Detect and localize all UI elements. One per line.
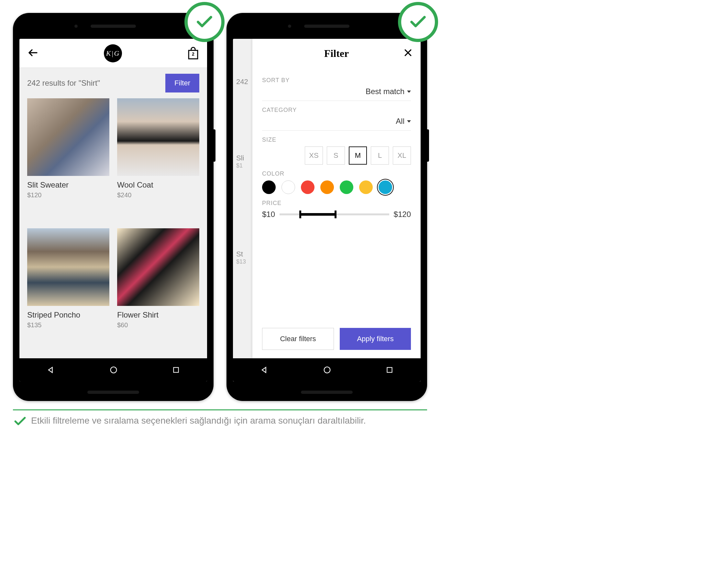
phone-bottom-speaker <box>301 391 353 394</box>
results-summary: 242 results for "Shirt" <box>27 79 100 88</box>
svg-rect-9 <box>387 367 392 372</box>
phone-frame-results: K|G 2 242 results for "Shirt" Filter Sli… <box>13 13 213 401</box>
android-nav-bar <box>19 358 207 382</box>
close-button[interactable] <box>403 48 413 59</box>
product-name: Flower Shirt <box>117 310 199 319</box>
product-card[interactable]: Flower Shirt $60 <box>117 228 199 352</box>
price-slider[interactable] <box>280 214 389 215</box>
caption-section: Etkili filtreleme ve sıralama seçenekler… <box>13 409 427 428</box>
svg-marker-7 <box>262 367 266 372</box>
svg-point-3 <box>111 367 117 373</box>
bg-product-name: Sli <box>236 154 253 162</box>
size-option-xl[interactable]: XL <box>393 146 411 165</box>
size-option-m[interactable]: M <box>349 146 367 165</box>
caption-text: Etkili filtreleme ve sıralama seçenekler… <box>31 414 366 427</box>
slider-handle-max[interactable] <box>335 211 337 218</box>
color-swatch-red[interactable] <box>301 180 314 194</box>
category-value: All <box>396 117 405 126</box>
close-icon <box>403 48 413 58</box>
product-price: $135 <box>27 322 109 329</box>
back-button[interactable] <box>27 47 39 60</box>
slider-handle-min[interactable] <box>299 211 301 218</box>
results-bar: 242 results for "Shirt" Filter <box>19 68 207 98</box>
color-swatch-white[interactable] <box>282 180 295 194</box>
size-option-s[interactable]: S <box>327 146 345 165</box>
product-name: Wool Coat <box>117 180 199 190</box>
color-options <box>262 180 411 194</box>
size-option-xs[interactable]: XS <box>305 146 323 165</box>
bg-results-count: 242 <box>236 78 253 86</box>
color-swatch-green[interactable] <box>340 180 353 194</box>
size-label: SIZE <box>262 136 411 143</box>
price-min: $10 <box>262 210 275 219</box>
product-card[interactable]: Wool Coat $240 <box>117 98 199 222</box>
android-nav-bar <box>233 358 421 382</box>
nav-home-button[interactable] <box>322 365 332 374</box>
color-swatch-yellow[interactable] <box>359 180 373 194</box>
brand-logo: K|G <box>104 44 122 62</box>
triangle-back-icon <box>46 365 55 374</box>
phone-side-button <box>213 129 215 162</box>
check-icon <box>408 12 428 32</box>
product-image <box>27 98 109 176</box>
product-image <box>27 228 109 306</box>
product-image <box>117 228 199 306</box>
color-swatch-blue[interactable] <box>379 180 392 194</box>
nav-recents-button[interactable] <box>172 366 180 374</box>
price-label: PRICE <box>262 200 411 206</box>
success-badge <box>398 2 438 42</box>
product-name: Slit Sweater <box>27 180 109 190</box>
filter-panel: Filter SORT BY Best match CATEGORY <box>252 39 421 358</box>
filter-button[interactable]: Filter <box>165 74 199 92</box>
product-image <box>117 98 199 176</box>
phone-speaker <box>304 25 349 28</box>
check-icon <box>13 414 27 428</box>
success-badge <box>184 2 225 42</box>
circle-home-icon <box>109 365 118 374</box>
check-icon <box>195 12 214 32</box>
price-slider-row: $10 $120 <box>262 210 411 219</box>
svg-marker-2 <box>49 367 52 372</box>
circle-home-icon <box>322 365 332 374</box>
product-price: $120 <box>27 191 109 199</box>
color-swatch-black[interactable] <box>262 180 276 194</box>
product-card[interactable]: Slit Sweater $120 <box>27 98 109 222</box>
product-price: $240 <box>117 191 199 199</box>
shopping-bag-button[interactable]: 2 <box>187 47 199 60</box>
svg-point-8 <box>324 367 330 373</box>
bg-product-price: $13 <box>236 258 253 265</box>
sort-by-value: Best match <box>366 87 405 96</box>
color-swatch-orange[interactable] <box>320 180 334 194</box>
clear-filters-button[interactable]: Clear filters <box>262 328 334 350</box>
filter-title: Filter <box>324 48 349 59</box>
chevron-down-icon <box>407 90 411 93</box>
nav-back-button[interactable] <box>260 365 269 374</box>
sort-by-dropdown[interactable]: Best match <box>262 87 411 101</box>
results-count: 242 <box>27 79 40 87</box>
results-query: "Shirt" <box>79 79 100 87</box>
filter-actions: Clear filters Apply filters <box>252 322 421 358</box>
product-price: $60 <box>117 322 199 329</box>
color-label: COLOR <box>262 170 411 177</box>
svg-rect-4 <box>174 367 178 372</box>
results-label: results for <box>43 79 76 87</box>
chevron-down-icon <box>407 120 411 122</box>
apply-filters-button[interactable]: Apply filters <box>340 328 411 350</box>
product-name: Striped Poncho <box>27 310 109 319</box>
size-options: XSSMLXL <box>262 146 411 165</box>
category-dropdown[interactable]: All <box>262 117 411 131</box>
bag-count-badge: 2 <box>192 51 194 57</box>
nav-home-button[interactable] <box>109 365 118 374</box>
category-label: CATEGORY <box>262 107 411 113</box>
bg-product-price: $1 <box>236 162 253 169</box>
slider-track-fill <box>299 213 337 216</box>
triangle-back-icon <box>260 365 269 374</box>
product-card[interactable]: Striped Poncho $135 <box>27 228 109 352</box>
phone-speaker <box>90 25 136 28</box>
filter-header: Filter <box>252 39 421 68</box>
nav-back-button[interactable] <box>46 365 55 374</box>
square-recents-icon <box>172 366 180 374</box>
price-max: $120 <box>394 210 411 219</box>
nav-recents-button[interactable] <box>385 366 394 374</box>
size-option-l[interactable]: L <box>371 146 389 165</box>
